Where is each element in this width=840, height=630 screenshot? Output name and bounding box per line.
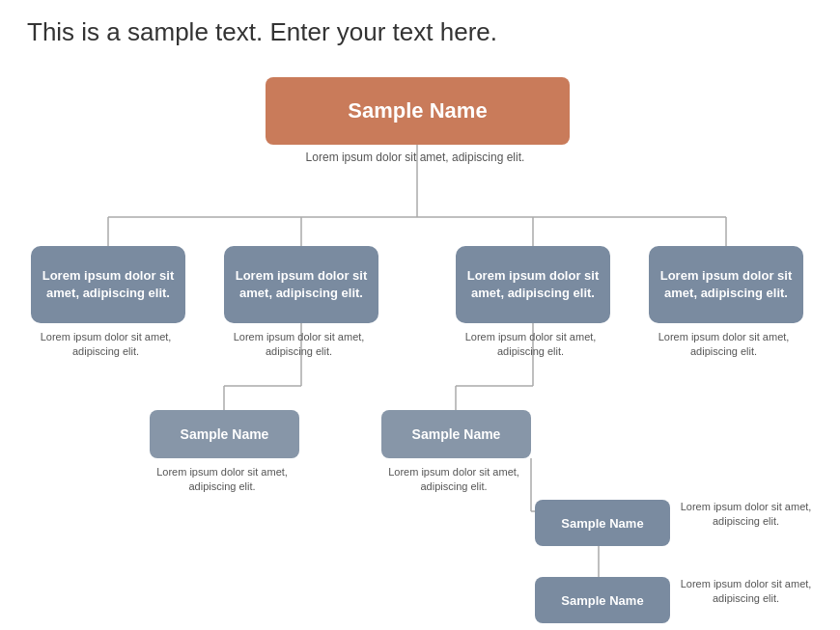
level3-desc-1: Lorem ipsum dolor sit amet, adipiscing e… [676, 577, 816, 607]
level3-node-0-label: Sample Name [561, 516, 643, 531]
level3-node-1-label: Sample Name [561, 593, 643, 608]
level1-desc-3: Lorem ipsum dolor sit amet, adipiscing e… [649, 330, 798, 360]
page-title: This is a sample text. Enter your text h… [0, 0, 840, 57]
level1-desc-1: Lorem ipsum dolor sit amet, adipiscing e… [224, 330, 374, 360]
level1-node-2: Lorem ipsum dolor sit amet, adipiscing e… [456, 246, 610, 323]
level2-node-1: Sample Name [381, 410, 531, 458]
level1-node-0-label: Lorem ipsum dolor sit amet, adipiscing e… [39, 267, 178, 302]
level2-desc-1: Lorem ipsum dolor sit amet, adipiscing e… [381, 465, 526, 495]
level1-node-1: Lorem ipsum dolor sit amet, adipiscing e… [224, 246, 378, 323]
level3-node-0: Sample Name [535, 500, 670, 546]
level2-node-0: Sample Name [150, 410, 299, 458]
level2-desc-0: Lorem ipsum dolor sit amet, adipiscing e… [150, 465, 294, 495]
level2-node-0-label: Sample Name [181, 426, 269, 442]
level1-node-2-label: Lorem ipsum dolor sit amet, adipiscing e… [463, 267, 602, 302]
level1-desc-2: Lorem ipsum dolor sit amet, adipiscing e… [456, 330, 605, 360]
level1-node-1-label: Lorem ipsum dolor sit amet, adipiscing e… [232, 267, 371, 302]
level3-desc-0: Lorem ipsum dolor sit amet, adipiscing e… [676, 500, 816, 530]
level1-node-3-label: Lorem ipsum dolor sit amet, adipiscing e… [657, 267, 796, 302]
root-desc: Lorem ipsum dolor sit amet, adipiscing e… [294, 150, 536, 166]
level1-node-3: Lorem ipsum dolor sit amet, adipiscing e… [649, 246, 803, 323]
level3-node-1: Sample Name [535, 577, 670, 623]
level2-node-1-label: Sample Name [412, 426, 501, 442]
root-node: Sample Name [266, 77, 570, 145]
diagram-area: Sample Name Lorem ipsum dolor sit amet, … [0, 68, 840, 627]
level1-node-0: Lorem ipsum dolor sit amet, adipiscing e… [31, 246, 185, 323]
level1-desc-0: Lorem ipsum dolor sit amet, adipiscing e… [31, 330, 181, 360]
root-node-label: Sample Name [348, 98, 487, 123]
